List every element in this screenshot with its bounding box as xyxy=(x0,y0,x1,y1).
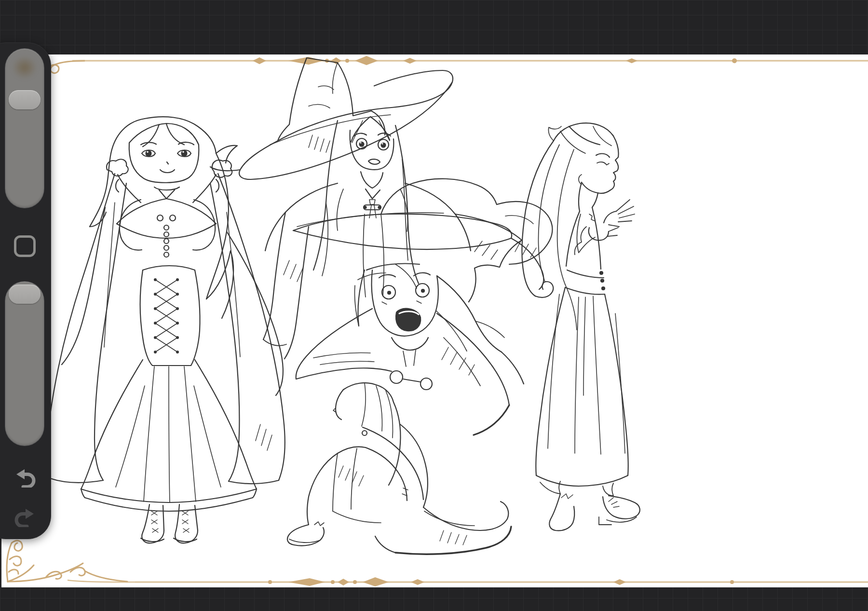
brush-size-slider[interactable] xyxy=(5,49,44,208)
app-root: { "theme": { "background": "#232325", "g… xyxy=(0,0,868,611)
redo-button[interactable] xyxy=(14,507,36,527)
tool-sidebar xyxy=(0,42,51,539)
redo-arrow-icon xyxy=(14,507,36,527)
slider-track-tint xyxy=(8,53,41,82)
undo-arrow-icon xyxy=(14,467,36,488)
brush-opacity-handle[interactable] xyxy=(9,285,41,304)
undo-button[interactable] xyxy=(14,467,36,488)
drawing-canvas[interactable] xyxy=(1,54,868,587)
modify-button[interactable] xyxy=(14,235,36,257)
brush-opacity-slider[interactable] xyxy=(5,282,44,446)
brush-size-handle[interactable] xyxy=(9,90,41,109)
